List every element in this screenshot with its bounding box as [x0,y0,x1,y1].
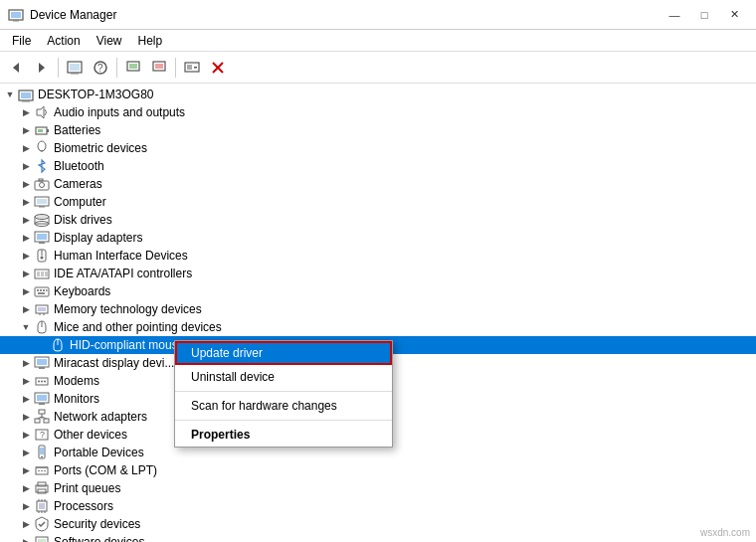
add-driver-button[interactable] [180,56,204,80]
menu-file[interactable]: File [4,32,39,50]
tree-item-cameras[interactable]: ▶ Cameras [0,175,756,193]
expand-print[interactable]: ▶ [18,480,34,496]
tree-item-memory[interactable]: ▶ Memory technology devices [0,300,756,318]
tree-item-biometric[interactable]: ▶ Biometric devices [0,139,756,157]
tree-label-batteries: Batteries [54,123,100,137]
tree-item-hid[interactable]: ▶ Human Interface Devices [0,247,756,265]
svg-point-81 [41,470,43,472]
expand-security[interactable]: ▶ [18,516,34,532]
tree-label-cameras: Cameras [54,177,102,191]
expand-portable[interactable]: ▶ [18,445,34,460]
svg-rect-68 [39,410,45,414]
tree-label-hid-mouse: HID-compliant mouse [70,338,184,352]
svg-point-64 [44,381,46,383]
tree-item-audio[interactable]: ▶ Audio inputs and outputs [0,103,756,121]
expand-mice[interactable]: ▼ [18,319,34,335]
expand-root[interactable]: ▼ [2,87,18,102]
uninstall-toolbar-button[interactable] [147,56,171,80]
close-button[interactable]: ✕ [720,5,748,25]
scan-button[interactable]: ? [89,56,112,80]
tree-item-security[interactable]: ▶ Security devices [0,515,756,533]
expand-batteries[interactable]: ▶ [18,122,34,138]
properties-button[interactable] [63,56,87,80]
icon-cameras [34,176,50,192]
icon-security [34,516,50,532]
expand-software[interactable]: ▶ [18,534,34,542]
icon-keyboards [34,283,50,299]
svg-rect-1 [11,12,21,18]
svg-rect-37 [37,234,47,240]
svg-point-62 [38,381,40,383]
svg-point-82 [44,470,46,472]
tree-item-ports[interactable]: ▶ Ports (COM & LPT) [0,461,756,479]
ctx-update-driver[interactable]: Update driver [175,341,392,365]
minimize-button[interactable]: — [661,5,688,25]
expand-miracast[interactable]: ▶ [18,355,34,371]
tree-label-bluetooth: Bluetooth [54,159,104,173]
tree-item-software[interactable]: ▶ Software devices [0,533,756,542]
tree-item-keyboards[interactable]: ▶ Keyboards [0,282,756,300]
icon-network [34,409,50,425]
menu-view[interactable]: View [89,32,130,50]
menu-help[interactable]: Help [130,32,171,50]
ctx-properties[interactable]: Properties [175,423,392,447]
tree-item-mice[interactable]: ▼ Mice and other pointing devices [0,318,756,336]
menu-action[interactable]: Action [39,32,88,50]
svg-text:?: ? [97,63,103,74]
svg-rect-44 [41,271,44,276]
svg-point-35 [35,215,49,220]
svg-rect-60 [39,367,45,369]
icon-audio [34,104,50,120]
expand-hid[interactable]: ▶ [18,248,34,264]
expand-keyboards[interactable]: ▶ [18,283,34,299]
tree-item-disk[interactable]: ▶ Disk drives [0,211,756,229]
tree-item-computer[interactable]: ▶ Computer [0,193,756,211]
tree-item-print[interactable]: ▶ Print queues [0,479,756,497]
expand-processors[interactable]: ▶ [18,498,34,514]
back-button[interactable] [4,56,28,80]
expand-modems[interactable]: ▶ [18,373,34,389]
expand-disk[interactable]: ▶ [18,212,34,228]
forward-button[interactable] [30,56,54,80]
icon-hid [34,248,50,264]
expand-biometric[interactable]: ▶ [18,140,34,156]
tree-label-portable: Portable Devices [54,446,144,459]
device-tree[interactable]: ▼ DESKTOP-1M3OG80 ▶ Audio inputs and out… [0,84,756,542]
ctx-uninstall-device[interactable]: Uninstall device [175,365,392,389]
expand-computer[interactable]: ▶ [18,194,34,210]
expand-other[interactable]: ▶ [18,427,34,443]
ctx-separator-1 [175,391,392,392]
svg-rect-49 [43,289,45,291]
ctx-scan-hardware[interactable]: Scan for hardware changes [175,394,392,418]
svg-rect-53 [38,307,46,311]
tree-item-root[interactable]: ▼ DESKTOP-1M3OG80 [0,86,756,103]
tree-item-processors[interactable]: ▶ Processors [0,497,756,515]
expand-ide[interactable]: ▶ [18,266,34,281]
expand-audio[interactable]: ▶ [18,104,34,120]
expand-network[interactable]: ▶ [18,409,34,425]
svg-marker-4 [39,63,45,73]
icon-ide [34,266,50,281]
icon-other: ? [34,427,50,443]
svg-rect-2 [13,20,19,22]
expand-monitors[interactable]: ▶ [18,391,34,407]
svg-rect-45 [45,271,48,276]
tree-item-bluetooth[interactable]: ▶ Bluetooth [0,157,756,175]
svg-rect-6 [70,64,80,71]
update-driver-toolbar-button[interactable] [121,56,145,80]
tree-item-ide[interactable]: ▶ IDE ATA/ATAPI controllers [0,265,756,282]
icon-memory [34,301,50,317]
icon-hid-mouse [50,337,66,353]
delete-button[interactable] [206,56,230,80]
tree-item-batteries[interactable]: ▶ Batteries [0,121,756,139]
tree-item-display[interactable]: ▶ Display adapters [0,229,756,247]
expand-cameras[interactable]: ▶ [18,176,34,192]
tree-label-biometric: Biometric devices [54,141,147,155]
tree-label-other: Other devices [54,428,127,442]
expand-bluetooth[interactable]: ▶ [18,158,34,174]
maximize-button[interactable]: □ [690,5,718,25]
tree-label-ide: IDE ATA/ATAPI controllers [54,267,192,280]
expand-memory[interactable]: ▶ [18,301,34,317]
expand-ports[interactable]: ▶ [18,462,34,478]
expand-display[interactable]: ▶ [18,230,34,246]
